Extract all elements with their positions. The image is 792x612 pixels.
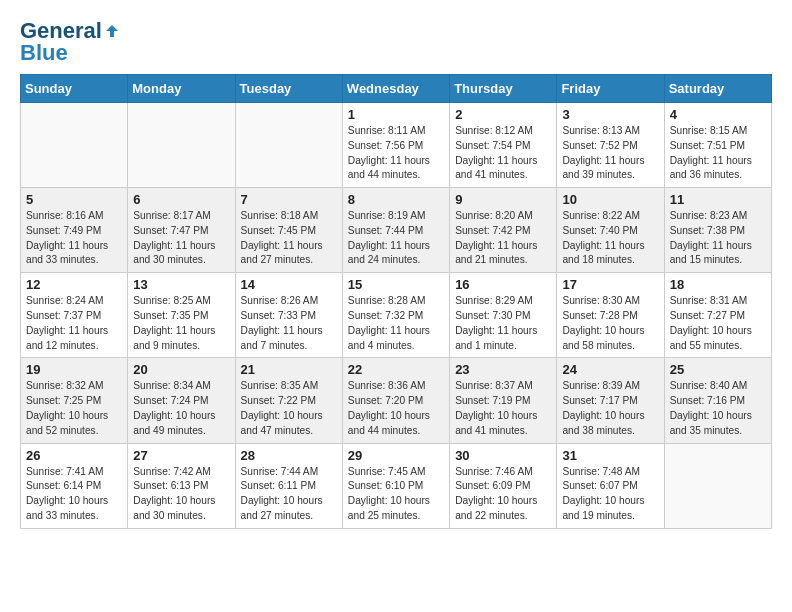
- calendar-cell: 3Sunrise: 8:13 AMSunset: 7:52 PMDaylight…: [557, 103, 664, 188]
- week-row-2: 5Sunrise: 8:16 AMSunset: 7:49 PMDaylight…: [21, 188, 772, 273]
- calendar-cell: 31Sunrise: 7:48 AMSunset: 6:07 PMDayligh…: [557, 443, 664, 528]
- calendar-cell: 18Sunrise: 8:31 AMSunset: 7:27 PMDayligh…: [664, 273, 771, 358]
- cell-info: Sunrise: 8:15 AMSunset: 7:51 PMDaylight:…: [670, 124, 766, 183]
- cell-info: Sunrise: 8:39 AMSunset: 7:17 PMDaylight:…: [562, 379, 658, 438]
- calendar-cell: 11Sunrise: 8:23 AMSunset: 7:38 PMDayligh…: [664, 188, 771, 273]
- calendar-cell: 13Sunrise: 8:25 AMSunset: 7:35 PMDayligh…: [128, 273, 235, 358]
- calendar-cell: 17Sunrise: 8:30 AMSunset: 7:28 PMDayligh…: [557, 273, 664, 358]
- day-number: 7: [241, 192, 337, 207]
- cell-info: Sunrise: 7:41 AMSunset: 6:14 PMDaylight:…: [26, 465, 122, 524]
- cell-info: Sunrise: 8:28 AMSunset: 7:32 PMDaylight:…: [348, 294, 444, 353]
- cell-info: Sunrise: 8:40 AMSunset: 7:16 PMDaylight:…: [670, 379, 766, 438]
- day-number: 27: [133, 448, 229, 463]
- cell-info: Sunrise: 8:13 AMSunset: 7:52 PMDaylight:…: [562, 124, 658, 183]
- calendar-cell: 26Sunrise: 7:41 AMSunset: 6:14 PMDayligh…: [21, 443, 128, 528]
- calendar-cell: 5Sunrise: 8:16 AMSunset: 7:49 PMDaylight…: [21, 188, 128, 273]
- calendar-cell: 15Sunrise: 8:28 AMSunset: 7:32 PMDayligh…: [342, 273, 449, 358]
- weekday-header-row: SundayMondayTuesdayWednesdayThursdayFrid…: [21, 75, 772, 103]
- cell-info: Sunrise: 8:18 AMSunset: 7:45 PMDaylight:…: [241, 209, 337, 268]
- calendar-cell: 25Sunrise: 8:40 AMSunset: 7:16 PMDayligh…: [664, 358, 771, 443]
- day-number: 28: [241, 448, 337, 463]
- cell-info: Sunrise: 8:23 AMSunset: 7:38 PMDaylight:…: [670, 209, 766, 268]
- calendar-cell: 30Sunrise: 7:46 AMSunset: 6:09 PMDayligh…: [450, 443, 557, 528]
- page: General Blue SundayMondayTuesdayWednesda…: [0, 0, 792, 612]
- day-number: 22: [348, 362, 444, 377]
- calendar-cell: 6Sunrise: 8:17 AMSunset: 7:47 PMDaylight…: [128, 188, 235, 273]
- cell-info: Sunrise: 8:26 AMSunset: 7:33 PMDaylight:…: [241, 294, 337, 353]
- cell-info: Sunrise: 8:25 AMSunset: 7:35 PMDaylight:…: [133, 294, 229, 353]
- day-number: 14: [241, 277, 337, 292]
- calendar-cell: 4Sunrise: 8:15 AMSunset: 7:51 PMDaylight…: [664, 103, 771, 188]
- weekday-monday: Monday: [128, 75, 235, 103]
- cell-info: Sunrise: 7:42 AMSunset: 6:13 PMDaylight:…: [133, 465, 229, 524]
- calendar-cell: [21, 103, 128, 188]
- day-number: 25: [670, 362, 766, 377]
- calendar-cell: 24Sunrise: 8:39 AMSunset: 7:17 PMDayligh…: [557, 358, 664, 443]
- svg-marker-0: [106, 25, 118, 37]
- day-number: 13: [133, 277, 229, 292]
- weekday-tuesday: Tuesday: [235, 75, 342, 103]
- day-number: 6: [133, 192, 229, 207]
- cell-info: Sunrise: 8:37 AMSunset: 7:19 PMDaylight:…: [455, 379, 551, 438]
- day-number: 10: [562, 192, 658, 207]
- calendar-cell: [235, 103, 342, 188]
- calendar-cell: 29Sunrise: 7:45 AMSunset: 6:10 PMDayligh…: [342, 443, 449, 528]
- calendar-cell: 21Sunrise: 8:35 AMSunset: 7:22 PMDayligh…: [235, 358, 342, 443]
- cell-info: Sunrise: 7:45 AMSunset: 6:10 PMDaylight:…: [348, 465, 444, 524]
- day-number: 31: [562, 448, 658, 463]
- calendar-cell: 20Sunrise: 8:34 AMSunset: 7:24 PMDayligh…: [128, 358, 235, 443]
- day-number: 1: [348, 107, 444, 122]
- day-number: 29: [348, 448, 444, 463]
- cell-info: Sunrise: 8:31 AMSunset: 7:27 PMDaylight:…: [670, 294, 766, 353]
- calendar-cell: 19Sunrise: 8:32 AMSunset: 7:25 PMDayligh…: [21, 358, 128, 443]
- week-row-3: 12Sunrise: 8:24 AMSunset: 7:37 PMDayligh…: [21, 273, 772, 358]
- cell-info: Sunrise: 8:22 AMSunset: 7:40 PMDaylight:…: [562, 209, 658, 268]
- logo-icon: [104, 23, 120, 39]
- day-number: 26: [26, 448, 122, 463]
- day-number: 11: [670, 192, 766, 207]
- logo: General Blue: [20, 20, 120, 64]
- logo-blue-text: Blue: [20, 42, 68, 64]
- cell-info: Sunrise: 7:46 AMSunset: 6:09 PMDaylight:…: [455, 465, 551, 524]
- cell-info: Sunrise: 7:44 AMSunset: 6:11 PMDaylight:…: [241, 465, 337, 524]
- week-row-1: 1Sunrise: 8:11 AMSunset: 7:56 PMDaylight…: [21, 103, 772, 188]
- calendar-cell: 23Sunrise: 8:37 AMSunset: 7:19 PMDayligh…: [450, 358, 557, 443]
- weekday-sunday: Sunday: [21, 75, 128, 103]
- calendar-cell: 27Sunrise: 7:42 AMSunset: 6:13 PMDayligh…: [128, 443, 235, 528]
- cell-info: Sunrise: 8:35 AMSunset: 7:22 PMDaylight:…: [241, 379, 337, 438]
- calendar-cell: 28Sunrise: 7:44 AMSunset: 6:11 PMDayligh…: [235, 443, 342, 528]
- weekday-wednesday: Wednesday: [342, 75, 449, 103]
- calendar-cell: 2Sunrise: 8:12 AMSunset: 7:54 PMDaylight…: [450, 103, 557, 188]
- week-row-5: 26Sunrise: 7:41 AMSunset: 6:14 PMDayligh…: [21, 443, 772, 528]
- day-number: 9: [455, 192, 551, 207]
- week-row-4: 19Sunrise: 8:32 AMSunset: 7:25 PMDayligh…: [21, 358, 772, 443]
- calendar-cell: 7Sunrise: 8:18 AMSunset: 7:45 PMDaylight…: [235, 188, 342, 273]
- cell-info: Sunrise: 8:17 AMSunset: 7:47 PMDaylight:…: [133, 209, 229, 268]
- weekday-saturday: Saturday: [664, 75, 771, 103]
- day-number: 5: [26, 192, 122, 207]
- cell-info: Sunrise: 8:20 AMSunset: 7:42 PMDaylight:…: [455, 209, 551, 268]
- header: General Blue: [20, 16, 772, 64]
- day-number: 21: [241, 362, 337, 377]
- cell-info: Sunrise: 8:32 AMSunset: 7:25 PMDaylight:…: [26, 379, 122, 438]
- day-number: 2: [455, 107, 551, 122]
- day-number: 3: [562, 107, 658, 122]
- weekday-thursday: Thursday: [450, 75, 557, 103]
- day-number: 8: [348, 192, 444, 207]
- day-number: 23: [455, 362, 551, 377]
- day-number: 12: [26, 277, 122, 292]
- cell-info: Sunrise: 8:29 AMSunset: 7:30 PMDaylight:…: [455, 294, 551, 353]
- cell-info: Sunrise: 8:12 AMSunset: 7:54 PMDaylight:…: [455, 124, 551, 183]
- day-number: 24: [562, 362, 658, 377]
- cell-info: Sunrise: 7:48 AMSunset: 6:07 PMDaylight:…: [562, 465, 658, 524]
- cell-info: Sunrise: 8:30 AMSunset: 7:28 PMDaylight:…: [562, 294, 658, 353]
- cell-info: Sunrise: 8:34 AMSunset: 7:24 PMDaylight:…: [133, 379, 229, 438]
- day-number: 19: [26, 362, 122, 377]
- cell-info: Sunrise: 8:11 AMSunset: 7:56 PMDaylight:…: [348, 124, 444, 183]
- weekday-friday: Friday: [557, 75, 664, 103]
- calendar-cell: [664, 443, 771, 528]
- logo-general-text: General: [20, 20, 102, 42]
- day-number: 30: [455, 448, 551, 463]
- day-number: 20: [133, 362, 229, 377]
- calendar-table: SundayMondayTuesdayWednesdayThursdayFrid…: [20, 74, 772, 529]
